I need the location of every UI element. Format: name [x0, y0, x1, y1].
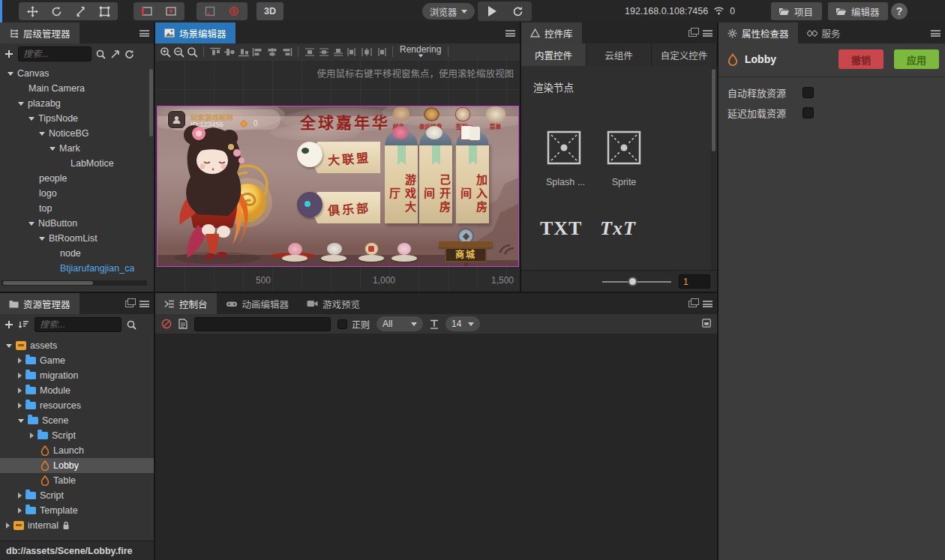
expand-icon[interactable]: [39, 237, 45, 241]
tree-node[interactable]: plazabg: [0, 96, 154, 111]
log-level-select[interactable]: All: [376, 316, 423, 331]
tree-node[interactable]: Main Camera: [0, 81, 154, 96]
hierarchy-vscrollbar[interactable]: [148, 66, 154, 279]
tab-animation-editor[interactable]: 动画编辑器: [217, 293, 298, 314]
expand-icon[interactable]: [6, 344, 12, 348]
open-editor-button[interactable]: 编辑器: [828, 2, 888, 20]
pivot-mode-button[interactable]: [135, 4, 159, 19]
rendering-dropdown[interactable]: Rendering: [400, 46, 441, 58]
tree-node[interactable]: NoticeBG: [0, 126, 154, 141]
align-bottom-icon[interactable]: [238, 47, 250, 57]
auto-release-checkbox[interactable]: [802, 87, 814, 98]
tab-game-preview[interactable]: 游戏预览: [298, 293, 369, 314]
collapse-icon[interactable]: [18, 358, 22, 364]
panel-menu-icon[interactable]: [506, 30, 515, 37]
tab-cloud-components[interactable]: 云组件: [586, 43, 652, 66]
console-filter-input[interactable]: [194, 317, 331, 331]
asset-row[interactable]: internal: [0, 518, 154, 533]
zoom-in-icon[interactable]: [160, 46, 171, 58]
asset-row[interactable]: migration: [0, 368, 154, 383]
tab-services[interactable]: 服务: [798, 22, 850, 43]
tree-node[interactable]: TipsNode: [0, 111, 154, 126]
align-top-icon[interactable]: [209, 47, 221, 57]
collapse-icon[interactable]: [18, 493, 22, 499]
popout-icon[interactable]: [688, 30, 697, 37]
distribute-top-icon[interactable]: [304, 47, 316, 57]
tree-node[interactable]: BtJoin: [0, 276, 154, 279]
collapse-logs-icon[interactable]: [702, 319, 711, 330]
search-icon[interactable]: [96, 49, 106, 59]
hierarchy-hscrollbar[interactable]: [2, 280, 147, 286]
expand-icon[interactable]: [8, 72, 14, 76]
asset-row[interactable]: Scene: [0, 413, 154, 428]
panel-menu-icon[interactable]: [931, 30, 940, 37]
tab-widget-library[interactable]: 控件库: [521, 22, 582, 43]
3d-toggle-button[interactable]: 3D: [256, 2, 284, 20]
zoom-out-icon[interactable]: [173, 46, 184, 58]
regex-checkbox[interactable]: [338, 319, 347, 329]
panel-menu-icon[interactable]: [703, 30, 712, 37]
create-asset-button[interactable]: [4, 320, 14, 329]
font-size-select[interactable]: 14: [446, 316, 480, 331]
asset-row[interactable]: assets: [0, 338, 154, 353]
zoom-reset-icon[interactable]: [187, 46, 198, 58]
log-file-icon[interactable]: [178, 319, 188, 329]
game-shop-button[interactable]: 商城: [437, 228, 494, 267]
zoom-slider-thumb[interactable]: [628, 277, 638, 286]
asset-row-selected[interactable]: Lobby: [0, 458, 154, 473]
expand-icon[interactable]: [18, 102, 24, 106]
collapse-icon[interactable]: [18, 508, 22, 514]
async-load-checkbox[interactable]: [802, 107, 814, 118]
distribute-vcenter-icon[interactable]: [318, 47, 330, 57]
align-right-icon[interactable]: [280, 47, 292, 57]
zoom-value-input[interactable]: 1: [679, 274, 710, 289]
tab-hierarchy[interactable]: 层级管理器: [0, 22, 80, 43]
distribute-hcenter-icon[interactable]: [361, 47, 373, 57]
asset-row[interactable]: Launch: [0, 443, 154, 458]
distribute-right-icon[interactable]: [375, 47, 387, 57]
expand-icon[interactable]: [18, 419, 24, 423]
reload-button[interactable]: [505, 4, 530, 19]
widget-sprite[interactable]: [607, 130, 641, 165]
tree-node-canvas[interactable]: Canvas: [0, 66, 154, 81]
tab-scene-editor[interactable]: 场景编辑器: [155, 22, 236, 43]
expand-icon[interactable]: [28, 117, 34, 121]
tab-assets[interactable]: 资源管理器: [0, 293, 80, 314]
align-center-icon[interactable]: [266, 47, 278, 57]
asset-row[interactable]: Script: [0, 428, 154, 443]
tree-node-prefab[interactable]: Btjiarufangjian_ca: [0, 261, 154, 276]
popout-icon[interactable]: [125, 301, 134, 307]
help-button[interactable]: ?: [891, 3, 908, 19]
distribute-bottom-icon[interactable]: [332, 47, 344, 57]
asset-row[interactable]: resources: [0, 398, 154, 413]
console-output[interactable]: [155, 334, 717, 560]
collapse-icon[interactable]: [18, 403, 22, 409]
rotate-tool-button[interactable]: [44, 4, 68, 19]
widget-richtext-txt[interactable]: TxT: [600, 217, 636, 240]
move-tool-button[interactable]: [20, 4, 44, 19]
tree-node[interactable]: Mark: [0, 141, 154, 156]
panel-menu-icon[interactable]: [703, 301, 712, 307]
locate-node-icon[interactable]: [110, 49, 120, 59]
bounds-gizmo-button[interactable]: [198, 4, 222, 19]
refresh-icon[interactable]: [124, 49, 134, 59]
expand-icon[interactable]: [50, 147, 56, 151]
tree-node[interactable]: top: [0, 201, 154, 216]
tree-node[interactable]: NdButton: [0, 216, 154, 231]
expand-icon[interactable]: [39, 132, 45, 136]
anchor-mode-button[interactable]: [159, 4, 183, 19]
widget-splash[interactable]: [547, 130, 581, 165]
tree-node[interactable]: logo: [0, 186, 154, 201]
search-icon[interactable]: [127, 320, 136, 330]
widget-label-txt[interactable]: TXT: [540, 217, 582, 240]
tab-custom-widgets[interactable]: 自定义控件: [652, 43, 717, 66]
expand-icon[interactable]: [28, 222, 34, 226]
tree-node[interactable]: BtRoomList: [0, 231, 154, 246]
asset-row[interactable]: Template: [0, 503, 154, 518]
scale-tool-button[interactable]: [68, 4, 92, 19]
distribute-left-icon[interactable]: [346, 47, 358, 57]
apply-button[interactable]: 应用: [894, 49, 939, 69]
collapse-icon[interactable]: [18, 388, 22, 394]
create-node-button[interactable]: [4, 49, 14, 58]
panel-menu-icon[interactable]: [140, 30, 149, 37]
